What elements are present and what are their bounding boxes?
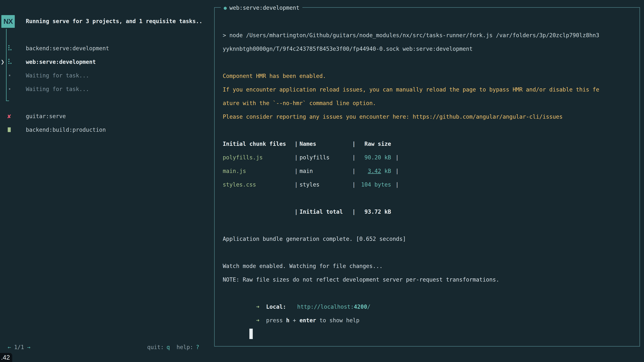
- waiting-dot-icon: ·: [8, 69, 12, 82]
- terminal-title-bar: ●web:serve:development: [221, 3, 302, 12]
- hmr-warning: Please consider reporting any issues you…: [223, 110, 636, 123]
- failed-cross-icon: ✘: [8, 109, 11, 123]
- key-hints: quit:qhelp:?: [147, 344, 199, 351]
- column-separator: |: [396, 164, 399, 178]
- task-label-selected: web:serve:development: [26, 55, 96, 69]
- chunk-file: styles.css: [223, 178, 294, 191]
- chunk-size: 90.20 kB: [356, 151, 391, 164]
- chunk-file: main.js: [223, 164, 294, 178]
- task-row-backend-serve[interactable]: ⠧ backend:serve:development: [0, 41, 214, 55]
- chunk-size: 3.42 kB: [356, 164, 391, 178]
- hmr-warning: ature with the `--no-hmr` command line o…: [223, 96, 636, 110]
- column-separator: |: [294, 164, 298, 178]
- local-server-line: ➜Local:http://localhost:4200/: [223, 286, 636, 300]
- command-line: yyknnbtgh0000gn/T/9f4c243785f8453e3f00/f…: [223, 42, 636, 56]
- task-label: Waiting for task...: [26, 82, 89, 96]
- column-separator: |: [352, 178, 356, 191]
- arrow-icon: ➜: [256, 304, 260, 310]
- column-separator: |: [294, 151, 298, 164]
- spinner-icon: ⠧: [8, 55, 12, 69]
- col-header-names: Names: [298, 137, 352, 151]
- selected-caret-icon: ❯: [1, 55, 4, 69]
- note-message: NOTE: Raw file sizes do not reflect deve…: [223, 273, 636, 286]
- run-summary: Running serve for 3 projects, and 1 requ…: [26, 14, 202, 28]
- nx-tui-screen: NX Running serve for 3 projects, and 1 r…: [0, 0, 644, 362]
- chunk-table-row: styles.css|styles|104 bytes|: [223, 178, 636, 191]
- chunk-file: polyfills.js: [223, 151, 294, 164]
- chunk-name: main: [298, 164, 352, 178]
- column-separator: |: [352, 205, 356, 219]
- chunk-table-row: main.js|main|3.42 kB|: [223, 164, 636, 178]
- spacer-row: [0, 96, 214, 109]
- terminal-output: > node /Users/mhartington/Github/guitars…: [223, 28, 636, 327]
- chunk-table-total-row: |Initial total|93.72 kB: [223, 205, 636, 219]
- blank-line: [223, 123, 636, 137]
- task-row-waiting-2[interactable]: · Waiting for task...: [0, 82, 214, 96]
- empty-cell: [223, 205, 294, 219]
- column-separator: |: [352, 137, 356, 151]
- task-row-web-serve[interactable]: ❯ ⠧ web:serve:development: [0, 55, 214, 69]
- success-square-icon: [8, 127, 11, 132]
- terminal-panel: ●web:serve:development > node /Users/mha…: [214, 7, 640, 347]
- blank-line: [223, 219, 636, 232]
- total-label: Initial total: [298, 205, 352, 219]
- local-label: Local:: [266, 304, 286, 310]
- task-row-waiting-1[interactable]: · Waiting for task...: [0, 69, 214, 82]
- col-header-files: Initial chunk files: [223, 137, 294, 151]
- plus-text: +: [290, 317, 300, 324]
- watch-mode-message: Watch mode enabled. Watching for file ch…: [223, 259, 636, 273]
- column-separator: |: [294, 137, 298, 151]
- task-label: Waiting for task...: [26, 69, 89, 82]
- column-separator: |: [294, 178, 298, 191]
- task-label: guitar:serve: [26, 109, 66, 123]
- page-indicator: 1/1: [14, 344, 24, 351]
- chunk-name: styles: [298, 178, 352, 191]
- nx-logo: NX: [1, 15, 15, 28]
- prev-page-icon[interactable]: ←: [8, 344, 11, 351]
- chunk-table-row: polyfills.js|polyfills|90.20 kB|: [223, 151, 636, 164]
- corner-overlay-badge: .42: [0, 353, 12, 362]
- press-text: press: [266, 317, 286, 324]
- terminal-cursor: [250, 329, 253, 339]
- h-key: h: [286, 317, 290, 324]
- task-list: ⠧ backend:serve:development ❯ ⠧ web:serv…: [0, 41, 214, 137]
- chunk-name: polyfills: [298, 151, 352, 164]
- hmr-warning: Component HMR has been enabled.: [223, 69, 636, 83]
- quit-key: q: [166, 344, 170, 351]
- help-key: ?: [196, 344, 199, 351]
- quit-label: quit:: [147, 344, 164, 351]
- running-dot-icon: ●: [224, 5, 227, 11]
- column-separator: |: [294, 205, 298, 219]
- hmr-warning: If you encounter application reload issu…: [223, 83, 636, 96]
- terminal-title: web:serve:development: [230, 4, 299, 11]
- task-row-backend-build[interactable]: backend:build:production: [0, 123, 214, 137]
- total-value: 93.72 kB: [356, 205, 391, 219]
- enter-key: enter: [300, 317, 316, 324]
- chunk-size-unit: kB: [381, 168, 391, 174]
- waiting-dot-icon: ·: [8, 82, 12, 96]
- blank-line: [223, 56, 636, 69]
- spinner-icon: ⠧: [8, 41, 12, 55]
- local-url[interactable]: http://localhost:4200/: [297, 304, 370, 310]
- column-separator: |: [396, 178, 399, 191]
- help-label: help:: [176, 344, 193, 351]
- column-separator: |: [396, 151, 399, 164]
- chunk-size: 104 bytes: [356, 178, 391, 191]
- status-bar: ←1/1→ quit:qhelp:?: [0, 341, 214, 353]
- task-label: backend:serve:development: [26, 41, 109, 55]
- chunk-size-value: 3.42: [368, 168, 381, 174]
- bundle-complete-message: Application bundle generation complete. …: [223, 232, 636, 246]
- command-line: > node /Users/mhartington/Github/guitars…: [223, 28, 636, 42]
- show-help-text: to show help: [316, 317, 360, 324]
- column-separator: |: [352, 151, 356, 164]
- task-row-guitar-serve[interactable]: ✘ guitar:serve: [0, 109, 214, 123]
- pagination: ←1/1→: [8, 344, 30, 351]
- arrow-icon: ➜: [256, 317, 260, 324]
- task-label: backend:build:production: [26, 123, 106, 137]
- column-separator: |: [352, 164, 356, 178]
- blank-line: [223, 191, 636, 205]
- col-header-size: Raw size: [356, 137, 391, 151]
- next-page-icon[interactable]: →: [27, 344, 30, 351]
- chunk-table-header: Initial chunk files|Names|Raw size: [223, 137, 636, 151]
- blank-line: [223, 246, 636, 259]
